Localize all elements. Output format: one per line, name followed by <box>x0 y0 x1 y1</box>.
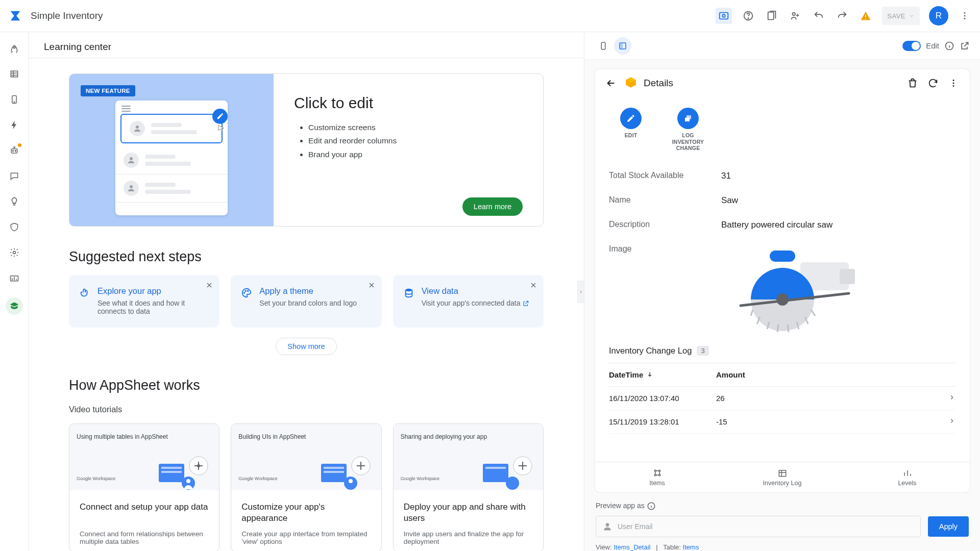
col-amount[interactable]: Amount <box>716 370 745 379</box>
suggest-card-theme[interactable]: Apply a theme Set your brand colors and … <box>231 275 381 328</box>
svg-rect-29 <box>161 471 182 473</box>
save-label: SAVE <box>887 12 905 20</box>
versions-icon[interactable] <box>765 9 779 23</box>
log-row[interactable]: 16/11/2020 13:07:40 26 <box>609 387 955 410</box>
svg-line-62 <box>788 324 789 332</box>
preview-panel: Edit Details <box>584 32 980 551</box>
more-menu-icon[interactable] <box>958 9 972 23</box>
svg-rect-36 <box>324 471 344 473</box>
save-button[interactable]: SAVE <box>882 7 920 25</box>
svg-rect-52 <box>687 115 691 119</box>
close-icon[interactable] <box>368 281 376 291</box>
sort-desc-icon <box>646 371 653 378</box>
center-panel: Learning center NEW FEATURE <box>29 32 584 551</box>
svg-rect-71 <box>779 470 786 477</box>
back-arrow-icon[interactable] <box>604 76 618 90</box>
tutorial-graphic-icon <box>321 449 377 490</box>
svg-point-70 <box>658 474 660 475</box>
desc-label: Description <box>609 220 721 230</box>
app-title: Simple Inventory <box>31 10 103 21</box>
feature-illustration: NEW FEATURE <box>69 74 274 226</box>
svg-point-73 <box>606 523 609 527</box>
nav-inventory-log[interactable]: Inventory Log <box>720 462 845 492</box>
manage-icon[interactable] <box>8 272 20 284</box>
svg-point-18 <box>13 252 15 254</box>
undo-icon[interactable] <box>812 9 826 23</box>
svg-point-68 <box>658 470 660 471</box>
security-icon[interactable] <box>8 221 20 233</box>
edit-action-button[interactable]: EDIT <box>610 108 652 152</box>
svg-point-23 <box>244 292 245 293</box>
svg-rect-56 <box>770 251 795 262</box>
tutorial-card[interactable]: Sharing and deploying your appGoogle Wor… <box>393 423 544 551</box>
svg-point-9 <box>964 15 966 17</box>
user-avatar[interactable]: R <box>929 6 948 26</box>
svg-line-65 <box>811 310 815 316</box>
mobile-icon[interactable] <box>8 93 20 106</box>
log-row[interactable]: 15/11/2019 13:28:01 -15 <box>609 410 955 434</box>
preview-email-input[interactable]: User Email <box>596 516 921 537</box>
box-icon <box>624 76 638 91</box>
svg-point-8 <box>964 12 966 14</box>
palette-icon <box>241 287 252 300</box>
left-nav-rail <box>0 32 29 551</box>
info-icon[interactable] <box>647 502 656 511</box>
show-more-button[interactable]: Show more <box>276 338 336 355</box>
tutorial-card[interactable]: Building UIs in AppSheetGoogle Workspace… <box>231 423 381 551</box>
suggest-card-explore[interactable]: Explore your app See what it does and ho… <box>69 275 219 328</box>
warning-icon[interactable] <box>859 9 873 23</box>
rocket-icon[interactable] <box>8 42 20 55</box>
phone-preview-button[interactable] <box>595 37 612 55</box>
col-datetime[interactable]: DateTime <box>609 370 716 379</box>
svg-point-20 <box>136 126 139 129</box>
suggest-desc: Visit your app's connected data <box>422 299 530 307</box>
bot-icon[interactable] <box>8 144 20 157</box>
data-icon[interactable] <box>8 68 20 80</box>
refresh-icon[interactable] <box>926 76 940 90</box>
feature-bullet: Brand your app <box>308 148 523 161</box>
nav-levels[interactable]: Levels <box>845 462 970 492</box>
chevron-down-icon <box>909 13 915 19</box>
settings-icon[interactable] <box>8 246 20 259</box>
svg-point-25 <box>248 290 249 291</box>
chat-icon[interactable] <box>8 170 20 182</box>
edit-toggle[interactable] <box>902 41 921 51</box>
tutorial-card[interactable]: Using multiple tables in AppSheetGoogle … <box>69 423 219 551</box>
preview-icon[interactable] <box>716 8 732 24</box>
apply-button[interactable]: Apply <box>928 516 969 537</box>
tutorials-label: Video tutorials <box>69 405 544 414</box>
log-change-action-button[interactable]: LOG INVENTORY CHANGE <box>667 108 709 152</box>
nav-items[interactable]: Items <box>595 462 720 492</box>
suggest-title: View data <box>422 286 530 296</box>
idea-icon[interactable] <box>8 195 20 208</box>
close-icon[interactable] <box>205 281 213 291</box>
help-icon[interactable] <box>741 9 755 23</box>
suggest-card-data[interactable]: View data Visit your app's connected dat… <box>393 275 544 328</box>
open-external-icon[interactable] <box>960 41 970 51</box>
svg-rect-28 <box>161 467 182 469</box>
share-icon[interactable] <box>788 9 802 23</box>
redo-icon[interactable] <box>835 9 849 23</box>
svg-point-14 <box>14 102 15 103</box>
stock-value: 31 <box>721 171 731 181</box>
svg-point-5 <box>793 13 796 15</box>
svg-rect-40 <box>483 464 508 482</box>
learning-center-icon[interactable] <box>6 297 23 315</box>
close-icon[interactable] <box>529 281 537 291</box>
info-icon[interactable] <box>944 41 954 51</box>
learn-more-button[interactable]: Learn more <box>462 197 523 216</box>
page-title: Learning center <box>44 41 569 53</box>
stock-label: Total Stock Available <box>609 171 721 181</box>
delete-icon[interactable] <box>905 76 920 90</box>
table-link[interactable]: Items <box>683 543 699 551</box>
automation-icon[interactable] <box>8 119 20 131</box>
more-icon[interactable] <box>946 76 961 90</box>
svg-point-24 <box>246 290 247 291</box>
view-link[interactable]: Items_Detail <box>614 543 650 551</box>
suggest-title: Explore your app <box>97 286 209 296</box>
collapse-preview-handle[interactable] <box>577 281 584 303</box>
svg-rect-44 <box>601 42 605 49</box>
preview-as-label: Preview app as <box>596 502 645 510</box>
svg-point-26 <box>405 289 412 292</box>
tablet-preview-button[interactable] <box>614 37 631 55</box>
